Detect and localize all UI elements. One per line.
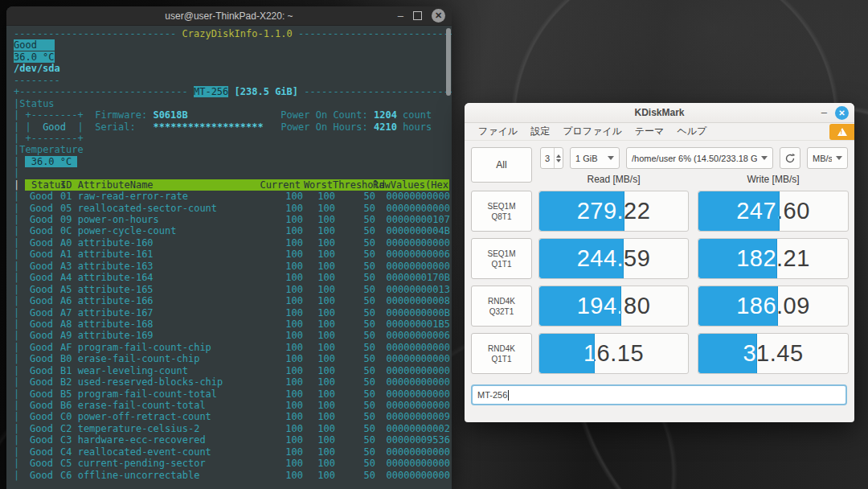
- attr-threshold: 50: [335, 365, 375, 376]
- attr-id-name: 0C power-cycle-count: [60, 225, 261, 236]
- write-result-cell: 31.45 31.45: [698, 333, 849, 374]
- attr-rawvalue: 0000000004B: [375, 225, 452, 236]
- minimize-icon[interactable]: –: [821, 109, 827, 116]
- header-status: Status: [25, 179, 60, 191]
- attr-status: Good: [25, 458, 60, 469]
- attr-id-name: B2 used-reserved-blocks-chip: [60, 376, 261, 388]
- unit-select[interactable]: MB/s: [807, 147, 848, 169]
- attr-rawvalue: 00000000000: [375, 203, 452, 214]
- header-rawvalues: RawValues(Hex: [373, 179, 449, 191]
- refresh-button[interactable]: [780, 147, 800, 169]
- test-size-select[interactable]: 1 GiB: [570, 147, 620, 169]
- attr-current: 100: [261, 307, 303, 318]
- close-icon[interactable]: ✕: [432, 9, 445, 23]
- attr-rawvalue: 00000000000: [375, 365, 452, 376]
- smart-table-row: | Good A3 attribute-163 100 100 50 00000…: [14, 261, 452, 272]
- minimize-icon[interactable]: –: [398, 12, 403, 20]
- attr-threshold: 50: [335, 237, 375, 249]
- terminal-text-segment: |: [14, 156, 25, 167]
- test-size-value: 1 GiB: [575, 154, 598, 163]
- kdiskmark-window: KDiskMark – ✕ ファイル 設定 プロファイル テーマ ヘルプ All…: [465, 103, 854, 422]
- attr-rawvalue: 0000000170B: [375, 272, 452, 283]
- attr-id-name: A8 attribute-168: [60, 318, 261, 330]
- spin-down-icon[interactable]: [556, 159, 561, 162]
- attr-current: 100: [261, 272, 303, 283]
- benchmark-row: RND4K Q32T1 194.80 194.80 186.09 186.09: [465, 286, 854, 327]
- attr-id-name: A1 attribute-161: [60, 249, 261, 260]
- close-icon[interactable]: ✕: [835, 106, 849, 120]
- warning-icon[interactable]: [829, 124, 854, 140]
- terminal-line: 36.0 °C: [14, 51, 452, 63]
- header-worst: Worst: [301, 179, 333, 191]
- attr-current: 100: [261, 388, 303, 400]
- terminal-text-segment: |: [14, 109, 25, 121]
- benchmark-test-button[interactable]: RND4K Q32T1: [471, 286, 532, 327]
- attr-worst: 100: [303, 318, 335, 330]
- terminal-scrollbar[interactable]: [446, 28, 451, 96]
- terminal-content[interactable]: ---------------------------- CrazyDiskIn…: [6, 26, 452, 489]
- attr-id-name: C5 current-pending-sector: [60, 458, 261, 469]
- chevron-down-icon: [608, 156, 614, 160]
- attr-status: Good: [25, 272, 60, 283]
- smart-table-row: | Good C4 reallocated-event-count 100 10…: [14, 446, 452, 458]
- terminal-lines: ---------------------------- CrazyDiskIn…: [14, 28, 452, 179]
- terminal-text-segment: --------------------------: [298, 86, 452, 97]
- attr-rawvalue: 00000000000: [375, 191, 452, 202]
- write-column-header: Write [MB/s]: [698, 174, 849, 185]
- attr-worst: 100: [303, 446, 335, 458]
- attr-threshold: 50: [335, 423, 375, 434]
- write-bar: 186.09: [698, 286, 778, 326]
- kdiskmark-titlebar[interactable]: KDiskMark – ✕: [465, 103, 854, 123]
- attr-status: Good: [25, 342, 60, 353]
- attr-status: Good: [25, 307, 60, 318]
- attr-rawvalue: 00000000000: [375, 237, 452, 249]
- attr-threshold: 50: [335, 376, 375, 388]
- attr-id-name: A0 attribute-160: [60, 237, 261, 249]
- menu-profile[interactable]: プロファイル: [557, 123, 628, 140]
- attr-id-name: B5 program-fail-count-total: [60, 388, 261, 400]
- attr-current: 100: [261, 214, 303, 225]
- attr-status: Good: [25, 330, 60, 341]
- smart-table-row: | Good A1 attribute-161 100 100 50 00000…: [14, 249, 452, 260]
- passes-stepper[interactable]: 3: [540, 147, 563, 169]
- all-button[interactable]: All: [471, 147, 532, 183]
- terminal-text-segment: Power On Count:: [280, 109, 374, 121]
- spin-up-icon[interactable]: [556, 154, 561, 158]
- terminal-line: ---------------------------- CrazyDiskIn…: [14, 28, 452, 39]
- terminal-text-segment: +-----------------------------: [14, 86, 194, 97]
- read-bar: 16.15: [539, 334, 595, 373]
- menu-help[interactable]: ヘルプ: [671, 123, 712, 140]
- benchmark-test-button[interactable]: SEQ1M Q1T1: [471, 238, 532, 279]
- smart-table-row: | Good C3 hardware-ecc-recovered 100 100…: [14, 434, 452, 446]
- attr-current: 100: [261, 191, 303, 202]
- attr-id-name: A3 attribute-163: [60, 261, 261, 272]
- benchmark-test-button[interactable]: SEQ1M Q8T1: [471, 191, 532, 232]
- read-result-cell: 194.80 194.80: [538, 286, 689, 327]
- terminal-text-segment: Good: [14, 39, 55, 51]
- smart-table-row: | Good B1 wear-leveling-count 100 100 50…: [14, 365, 452, 376]
- unit-value: MB/s: [813, 154, 832, 163]
- attr-threshold: 50: [335, 203, 375, 214]
- menu-settings[interactable]: 設定: [525, 123, 555, 140]
- terminal-line: |: [14, 167, 452, 179]
- drive-name-input[interactable]: MT-256: [471, 384, 847, 405]
- attr-status: Good: [25, 249, 60, 260]
- menu-theme[interactable]: テーマ: [629, 123, 670, 140]
- target-drive-select[interactable]: /home/user 6% (14.50/233.18 G: [626, 147, 773, 169]
- maximize-icon[interactable]: [413, 11, 422, 20]
- kdiskmark-menubar: ファイル 設定 プロファイル テーマ ヘルプ: [465, 123, 854, 141]
- terminal-titlebar[interactable]: user@user-ThinkPad-X220: ~ – ✕: [6, 6, 452, 26]
- attr-status: Good: [25, 423, 60, 434]
- smart-table-header: | Status ID AttributeName Current Worst …: [14, 179, 452, 191]
- terminal-text-segment: 4210: [374, 121, 397, 133]
- menu-file[interactable]: ファイル: [473, 123, 523, 140]
- attr-status: Good: [25, 284, 60, 295]
- attr-id-name: B1 wear-leveling-count: [60, 365, 261, 376]
- terminal-line: |Temperature: [14, 144, 452, 155]
- attr-worst: 100: [303, 330, 335, 341]
- benchmark-test-button[interactable]: RND4K Q1T1: [471, 333, 532, 374]
- read-bar: 244.59: [539, 239, 624, 278]
- terminal-text-segment: Status: [19, 98, 54, 109]
- terminal-text-segment: Power On Hours:: [280, 121, 374, 133]
- read-result-cell: 16.15 16.15: [538, 333, 689, 374]
